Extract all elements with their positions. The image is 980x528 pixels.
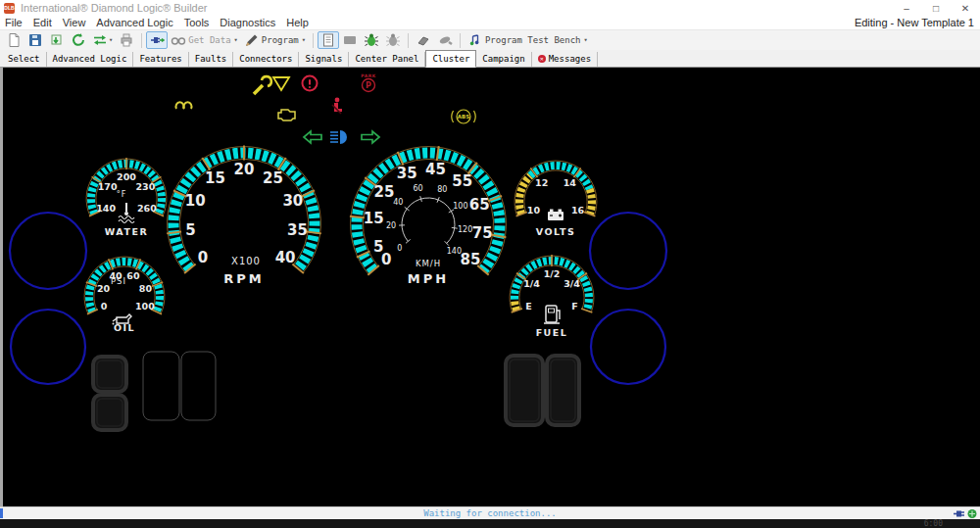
rocker-switch[interactable] bbox=[547, 356, 579, 425]
app-icon: DLB bbox=[4, 3, 15, 14]
tab-features[interactable]: Features bbox=[133, 52, 188, 67]
save-icon bbox=[27, 32, 43, 48]
svg-text:12: 12 bbox=[535, 177, 548, 188]
speedometer: 051525354555657585MPH020406080100120140K… bbox=[350, 146, 506, 285]
status-message: Waiting for connection... bbox=[423, 508, 556, 518]
debug-disabled-button[interactable] bbox=[382, 31, 404, 49]
empty-gauge-bezel bbox=[591, 310, 665, 384]
tab-center-panel[interactable]: Center Panel bbox=[349, 52, 425, 67]
debug-button[interactable] bbox=[361, 31, 382, 49]
tab-campaign[interactable]: Campaign bbox=[476, 52, 531, 67]
menu-advanced-logic[interactable]: Advanced Logic bbox=[96, 17, 172, 28]
svg-text:20: 20 bbox=[234, 161, 255, 178]
clear-button[interactable] bbox=[434, 31, 456, 49]
tab-label: Signals bbox=[305, 54, 342, 64]
connect-button[interactable] bbox=[146, 31, 168, 49]
status-indicator bbox=[0, 508, 3, 518]
warning-triangle-icon bbox=[273, 77, 289, 90]
statusbar: Waiting for connection... bbox=[0, 506, 980, 519]
tab-messages[interactable]: ✕Messages bbox=[532, 52, 598, 67]
svg-text:1/2: 1/2 bbox=[544, 268, 561, 279]
voltmeter: 10121416VOLTS bbox=[514, 161, 597, 236]
empty-gauge-bezel bbox=[11, 310, 85, 384]
check-engine-icon bbox=[278, 110, 295, 120]
svg-text:F: F bbox=[571, 301, 578, 312]
titlebar: DLB International® Diamond Logic® Builde… bbox=[0, 0, 980, 16]
eraser-icon bbox=[416, 32, 431, 48]
menu-file[interactable]: File bbox=[5, 17, 23, 28]
toolbar-separator bbox=[141, 33, 142, 48]
disconnect-plug-icon bbox=[954, 508, 965, 519]
svg-text:°F: °F bbox=[117, 190, 127, 199]
panel-view-button[interactable] bbox=[339, 31, 361, 49]
svg-text:100: 100 bbox=[453, 202, 467, 211]
switch-slot[interactable] bbox=[181, 352, 216, 420]
svg-text:0: 0 bbox=[397, 244, 402, 253]
svg-text:60: 60 bbox=[126, 270, 140, 281]
svg-text:10: 10 bbox=[527, 205, 541, 216]
tabstrip: SelectAdvanced LogicFeaturesFaultsConnec… bbox=[0, 50, 980, 68]
tab-advanced-logic[interactable]: Advanced Logic bbox=[47, 52, 134, 67]
svg-text:55: 55 bbox=[452, 172, 472, 190]
svg-text:MPH: MPH bbox=[408, 271, 449, 286]
svg-text:65: 65 bbox=[469, 196, 490, 214]
left-turn-icon bbox=[304, 131, 321, 143]
svg-text:230: 230 bbox=[135, 181, 155, 192]
cluster-display: 140170200230260WATER°F0510152025303540RP… bbox=[3, 68, 980, 506]
tab-label: Campaign bbox=[482, 54, 524, 64]
close-button[interactable]: ✕ bbox=[951, 3, 980, 14]
new-button[interactable] bbox=[3, 31, 24, 49]
right-turn-icon bbox=[362, 131, 379, 143]
toolbar-separator bbox=[460, 33, 461, 48]
test-bench-label: Program Test Bench bbox=[485, 35, 581, 45]
program-label: Program bbox=[262, 35, 299, 45]
coolant-temp-icon bbox=[119, 203, 134, 223]
program-button[interactable]: Program▾ bbox=[241, 31, 309, 49]
svg-text:E: E bbox=[525, 301, 532, 312]
abs-icon: ABS bbox=[452, 110, 475, 123]
view-report-button[interactable] bbox=[318, 31, 339, 49]
tab-label: Center Panel bbox=[355, 54, 418, 64]
editing-status: Editing - New Template 1 bbox=[855, 17, 980, 28]
connector-plug-icon bbox=[149, 32, 165, 48]
fuel-pump-icon bbox=[544, 306, 560, 323]
svg-text:80: 80 bbox=[139, 283, 153, 294]
maximize-button[interactable]: □ bbox=[921, 3, 951, 14]
svg-text:100: 100 bbox=[135, 301, 155, 312]
eraser-button[interactable] bbox=[413, 31, 434, 49]
svg-text:120: 120 bbox=[458, 225, 472, 234]
get-data-button[interactable]: Get Data▾ bbox=[168, 31, 241, 49]
svg-text:35: 35 bbox=[397, 165, 417, 182]
menu-help[interactable]: Help bbox=[286, 17, 309, 28]
document-icon bbox=[320, 32, 336, 48]
svg-text:16: 16 bbox=[571, 205, 585, 216]
refresh-button[interactable] bbox=[68, 31, 89, 49]
svg-text:15: 15 bbox=[205, 169, 225, 187]
sync-arrows-icon bbox=[92, 32, 108, 48]
rocker-switch[interactable] bbox=[506, 356, 543, 425]
tab-select[interactable]: Select bbox=[2, 52, 47, 67]
get-data-label: Get Data bbox=[188, 35, 230, 45]
sync-button[interactable]: ▾ bbox=[89, 31, 116, 49]
save-button[interactable] bbox=[24, 31, 46, 49]
print-button[interactable] bbox=[116, 31, 137, 49]
export-button[interactable] bbox=[46, 31, 68, 49]
dropdown-caret-icon: ▾ bbox=[109, 36, 113, 44]
svg-text:5: 5 bbox=[373, 238, 383, 256]
minimize-button[interactable]: – bbox=[892, 3, 921, 14]
tab-faults[interactable]: Faults bbox=[189, 52, 234, 67]
menu-view[interactable]: View bbox=[63, 17, 86, 28]
tab-signals[interactable]: Signals bbox=[299, 52, 349, 67]
park-brake-icon: PARKP bbox=[361, 73, 375, 92]
switch-slot[interactable] bbox=[143, 352, 179, 420]
menu-diagnostics[interactable]: Diagnostics bbox=[220, 17, 275, 28]
menu-edit[interactable]: Edit bbox=[33, 17, 52, 28]
new-document-icon bbox=[6, 32, 22, 48]
tachometer: 0510152025303540RPMX100 bbox=[167, 146, 321, 286]
warning-circle-icon bbox=[303, 76, 318, 91]
tab-cluster[interactable]: Cluster bbox=[425, 50, 476, 68]
test-bench-button[interactable]: Program Test Bench▾ bbox=[465, 31, 591, 49]
menu-tools[interactable]: Tools bbox=[184, 17, 210, 28]
tab-connectors[interactable]: Connectors bbox=[233, 52, 299, 67]
connection-icons bbox=[954, 508, 978, 519]
